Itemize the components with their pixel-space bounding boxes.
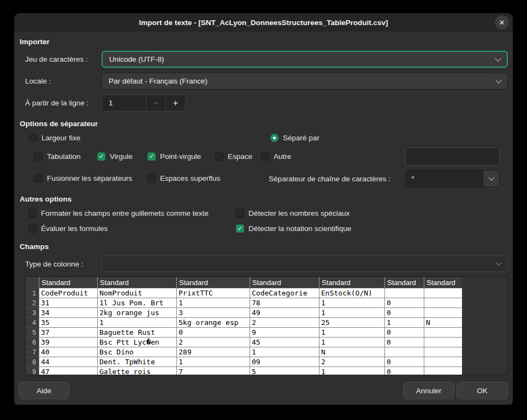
string-separator-dropdown-button[interactable] (483, 170, 499, 187)
checkbox-quoted-as-text[interactable]: Formater les champs entre guillemets com… (28, 209, 209, 217)
from-row-input[interactable]: 1 (102, 95, 146, 111)
table-cell[interactable]: 44 (39, 357, 97, 366)
table-cell[interactable]: 1 (97, 317, 176, 327)
checkbox-trim-spaces[interactable]: Espaces superflus (147, 174, 220, 182)
table-cell[interactable]: 1 (176, 357, 250, 366)
checkbox-espace[interactable]: Espace (215, 152, 252, 161)
checkbox-scientific-notation[interactable]: Détecter la notation scientifique (236, 224, 351, 233)
table-cell[interactable]: 2 (176, 337, 250, 347)
table-cell[interactable]: 0 (384, 366, 424, 375)
table-cell[interactable]: 0 (384, 357, 424, 366)
column-type-header[interactable]: Standard (97, 277, 176, 288)
table-cell[interactable]: 0 (384, 298, 424, 307)
ok-button[interactable]: OK (457, 382, 508, 399)
table-cell[interactable]: 35 (39, 317, 97, 327)
table-cell[interactable]: Baguette Rust (97, 327, 176, 337)
checkbox-special-numbers[interactable]: Détecter les nombres spéciaux (236, 209, 350, 217)
table-cell[interactable]: 1 (319, 327, 384, 337)
table-cell[interactable]: 0 (384, 327, 424, 337)
table-cell[interactable]: 1 (319, 307, 384, 317)
table-cell[interactable] (384, 288, 424, 298)
table-cell[interactable] (424, 307, 462, 317)
table-cell[interactable]: 47 (39, 366, 97, 375)
table-cell[interactable]: 9 (250, 327, 319, 337)
table-cell[interactable] (424, 337, 462, 347)
titlebar[interactable]: Import de texte - [SNT_AcLyon_DonneesStr… (14, 13, 513, 32)
table-cell[interactable]: 3 (176, 307, 250, 317)
checkbox-evaluate-formulas[interactable]: Évaluer les formules (28, 224, 108, 233)
table-cell[interactable]: 49 (250, 307, 319, 317)
table-cell[interactable]: 09 (250, 357, 319, 366)
table-cell[interactable]: 2 (319, 357, 384, 366)
table-cell[interactable]: CodeCategorie (250, 288, 319, 298)
charset-select[interactable]: Unicode (UTF-8) (102, 51, 508, 68)
table-cell[interactable]: PrixtTTC (176, 288, 250, 298)
table-cell[interactable]: 5kg orange esp (176, 317, 250, 327)
table-cell[interactable]: 1l Jus Pom. Brt (97, 298, 176, 307)
help-button[interactable]: Aide (19, 382, 69, 399)
table-cell[interactable]: 78 (250, 298, 319, 307)
table-cell[interactable] (424, 366, 462, 375)
table-cell[interactable]: 1 (250, 347, 319, 357)
close-button[interactable]: ✕ (495, 15, 509, 29)
table-cell[interactable]: EnStock(O/N) (319, 288, 384, 298)
plus-button[interactable]: + (165, 95, 185, 111)
table-cell[interactable]: 1 (176, 298, 250, 307)
table-cell[interactable]: 40 (39, 347, 97, 357)
string-separator-value[interactable]: " (406, 170, 483, 187)
table-cell[interactable]: Bsc Dino (97, 347, 176, 357)
table-cell[interactable]: 7 (176, 366, 250, 375)
table-cell[interactable]: 0 (176, 327, 250, 337)
table-cell[interactable]: 1 (319, 366, 384, 375)
column-type-header[interactable]: Standard (319, 277, 384, 288)
locale-select[interactable]: Par défaut - Français (France) (102, 73, 508, 90)
table-cell[interactable]: Bsc Ptt Lyc�en (97, 337, 176, 347)
column-type-header[interactable]: Standard (176, 277, 250, 288)
cancel-button[interactable]: Annuler (403, 382, 454, 399)
checkbox-virgule[interactable]: Virgule (97, 152, 133, 161)
column-type-header[interactable]: Standard (384, 277, 424, 288)
table-cell[interactable]: N (424, 317, 462, 327)
section-importer: Importer (20, 38, 50, 46)
table-cell[interactable]: 0 (384, 307, 424, 317)
checkbox-autre[interactable]: Autre (261, 152, 291, 161)
table-cell[interactable]: CodeProduit (39, 288, 97, 298)
table-cell[interactable] (424, 347, 462, 357)
checkbox-point-virgule[interactable]: Point-virgule (147, 152, 201, 161)
table-cell[interactable]: 34 (39, 307, 97, 317)
table-cell[interactable] (384, 347, 424, 357)
column-type-header[interactable]: Standard (424, 277, 462, 288)
table-cell[interactable]: 2kg orange jus (97, 307, 176, 317)
table-cell[interactable]: N (319, 347, 384, 357)
table-cell[interactable]: 5 (250, 366, 319, 375)
checkbox-tabulation[interactable]: Tabulation (34, 152, 81, 161)
minus-button[interactable]: − (146, 95, 165, 111)
checkbox-icon (28, 209, 37, 217)
table-cell[interactable] (424, 357, 462, 366)
table-cell[interactable]: Galette rois (97, 366, 176, 375)
radio-separated-by[interactable]: Séparé par (270, 134, 319, 142)
column-type-select[interactable] (102, 256, 508, 272)
table-cell[interactable]: 37 (39, 327, 97, 337)
column-type-header[interactable]: Standard (250, 277, 319, 288)
table-cell[interactable]: 1 (319, 298, 384, 307)
table-cell[interactable]: NomProduit (97, 288, 176, 298)
table-cell[interactable]: 0 (384, 337, 424, 347)
table-cell[interactable]: 1 (319, 337, 384, 347)
preview-table[interactable]: StandardStandardStandardStandardStandard… (25, 276, 508, 375)
table-cell[interactable] (424, 298, 462, 307)
table-cell[interactable]: 25 (319, 317, 384, 327)
table-cell[interactable]: Dent. TpWhite (97, 357, 176, 366)
table-cell[interactable]: 45 (250, 337, 319, 347)
table-cell[interactable]: 2 (250, 317, 319, 327)
table-cell[interactable] (424, 288, 462, 298)
radio-fixed-width[interactable]: Largeur fixe (29, 134, 80, 142)
table-cell[interactable] (424, 327, 462, 337)
other-separator-input[interactable] (405, 147, 500, 165)
table-cell[interactable]: 289 (176, 347, 250, 357)
table-cell[interactable]: 39 (39, 337, 97, 347)
table-cell[interactable]: 31 (39, 298, 97, 307)
table-cell[interactable]: 1 (384, 317, 424, 327)
column-type-header[interactable]: Standard (39, 277, 97, 288)
checkbox-merge-separators[interactable]: Fusionner les séparateurs (34, 174, 132, 182)
